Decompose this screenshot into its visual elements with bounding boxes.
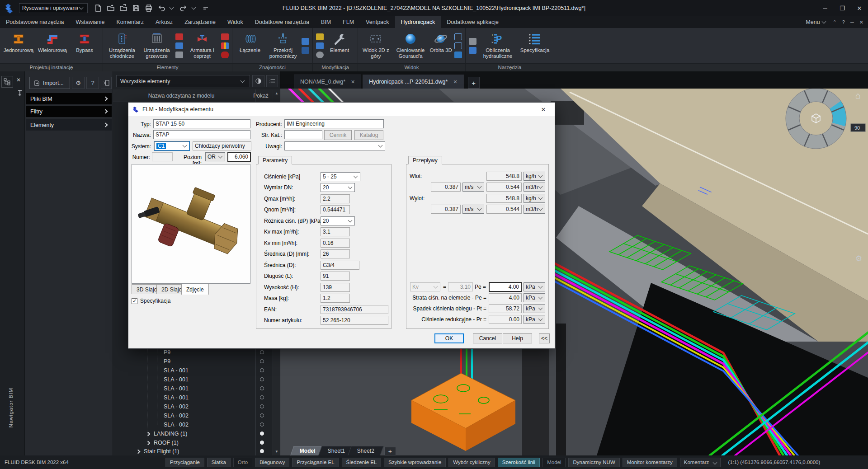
import-file-icon[interactable]	[119, 4, 127, 12]
strata-unit-dropdown[interactable]: kPa	[524, 293, 545, 302]
redukcyjne-unit-dropdown[interactable]: kPa	[524, 315, 545, 324]
button-wielorurowa[interactable]: Wielorurową	[36, 29, 69, 62]
navigator-settings-button[interactable]: ⚙	[72, 77, 85, 89]
button-element[interactable]: Element	[326, 29, 353, 62]
param-roznica-select[interactable]: 20	[321, 216, 355, 225]
tree-item[interactable]: SLA - 001	[164, 393, 189, 402]
wylot-mass-unit[interactable]: kg/h	[524, 194, 545, 203]
tab-sheet2[interactable]: Sheet2	[348, 446, 384, 455]
list-settings-button[interactable]	[266, 75, 278, 87]
button-cieniowanie-gouraud[interactable]: Cieniowanie Gouraud'a	[393, 29, 428, 62]
toggle-szerokosc-linii[interactable]: Szerokość linii	[498, 458, 540, 467]
solid-cube-icon[interactable]	[454, 52, 462, 58]
cancel-button[interactable]: Cancel	[473, 333, 502, 343]
visibility-dot[interactable]	[260, 395, 264, 399]
import-button[interactable]: Import...	[29, 77, 70, 89]
ok-button[interactable]: OK	[434, 333, 464, 343]
new-doc-tab-button[interactable]: +	[468, 77, 480, 89]
button-urzadzenia-grzewcze[interactable]: Urządzenia grzewcze	[140, 29, 174, 62]
add-layout-button[interactable]: +	[384, 447, 396, 455]
przeplywy-tab[interactable]: Przepływy	[408, 156, 442, 164]
producent-field[interactable]: IMI Engineering	[284, 119, 384, 128]
button-orbita-3d[interactable]: Orbita 3D	[429, 29, 452, 62]
param-cisnienie-select[interactable]: 5 - 25	[321, 172, 360, 181]
tab-widok[interactable]: Widok	[222, 16, 249, 28]
visibility-dot[interactable]	[260, 441, 264, 445]
pe-value-field[interactable]: 4.00	[489, 282, 522, 292]
button-obliczenia-hydrauliczne[interactable]: P+-× Obliczenia hydrauliczne	[479, 29, 517, 62]
tree-group[interactable]: ROOF (1)	[146, 438, 179, 447]
param-wymiar-select[interactable]: 20	[321, 183, 355, 192]
visibility-dot[interactable]	[260, 422, 264, 427]
button-przekroj-pomocniczy[interactable]: Przekrój pomocniczy	[267, 29, 299, 62]
parametry-tab[interactable]: Parametry	[258, 156, 292, 164]
wlot-mass-unit[interactable]: kg/h	[524, 172, 545, 181]
scroll-up-icon[interactable]: ▲	[275, 91, 278, 95]
pump-icon[interactable]	[175, 42, 183, 49]
toggle-siatka[interactable]: Siatka	[207, 458, 231, 467]
tab-bim[interactable]: BIM	[315, 16, 337, 28]
tree-item[interactable]: SLA - 002	[164, 420, 189, 429]
toggle-biegunowy[interactable]: Biegunowy	[255, 458, 289, 467]
toggle-orto[interactable]: Orto	[233, 458, 252, 467]
button-bypass[interactable]: Bypass	[70, 29, 99, 62]
pipe-edit-icon[interactable]	[316, 42, 324, 49]
open-file-icon[interactable]	[107, 4, 115, 12]
visibility-dot[interactable]	[260, 413, 264, 417]
system-dropdown[interactable]: C1	[154, 141, 189, 150]
view-navigation-wheel[interactable]	[786, 89, 846, 149]
panel-pin-icon[interactable]	[17, 89, 23, 98]
new-file-icon[interactable]	[94, 4, 102, 12]
visibility-dot[interactable]	[260, 431, 264, 436]
poziom-ref-dropdown[interactable]: OR	[205, 152, 225, 161]
doc-tab-hydronicpack[interactable]: Hydronicpack ...P-220511.dwg*✕	[363, 75, 463, 89]
redo-icon[interactable]	[179, 4, 188, 12]
tab-wstawianie[interactable]: Wstawianie	[70, 16, 111, 28]
button-widok-2d[interactable]: Widok 2D z góry	[360, 29, 392, 62]
tab-hydronicpack[interactable]: Hydronicpack	[395, 16, 441, 28]
section-filtry[interactable]: Filtry	[26, 106, 112, 117]
close-tab-icon[interactable]: ✕	[453, 79, 457, 85]
toggle-przyciaganie[interactable]: Przyciąganie	[165, 458, 204, 467]
ribbon-collapse-icon[interactable]: ⌃	[833, 19, 837, 25]
dialog-close-icon[interactable]: ✕	[534, 103, 553, 116]
wlot-volume-unit[interactable]: m3/h	[524, 183, 545, 192]
wylot-velocity-unit[interactable]: m/s	[462, 205, 484, 214]
cennik-button[interactable]: Cennik	[324, 130, 352, 140]
section-pliki-bim[interactable]: Pliki BIM	[26, 93, 112, 104]
close-small-icon[interactable]: ✕	[859, 19, 863, 25]
visibility-dot[interactable]	[260, 377, 264, 381]
komentarz-dropdown[interactable]: Komentarz	[680, 458, 721, 467]
poziom-field[interactable]: 6.060	[227, 152, 251, 162]
tree-item[interactable]: SLA - 001	[164, 375, 189, 384]
junction-icon[interactable]	[302, 47, 309, 54]
tab-arkusz[interactable]: Arkusz	[150, 16, 179, 28]
settings-tools-icon[interactable]	[469, 38, 476, 45]
doc-tab-noname[interactable]: NONAME_0.dwg*✕	[294, 75, 361, 89]
toggle-model[interactable]: Model	[542, 458, 566, 467]
maximize-button[interactable]: ❐	[834, 0, 851, 16]
collapse-dialog-button[interactable]: <<	[539, 333, 550, 343]
nazwa-field[interactable]: STAP	[153, 130, 250, 139]
section-elementy[interactable]: Elementy	[26, 119, 112, 131]
tree-item[interactable]: SLA - 002	[164, 411, 189, 420]
save-icon[interactable]	[132, 4, 140, 12]
display-mode-button[interactable]	[252, 75, 264, 87]
help-icon[interactable]: ?	[842, 19, 845, 25]
navigator-help-button[interactable]: ?	[86, 77, 99, 89]
tree-item[interactable]: SLA - 001	[164, 366, 189, 375]
preview-tab-zdjecie[interactable]: Zdjęcie	[181, 284, 209, 295]
button-armatura-i-osprzet[interactable]: Armatura i osprzęt	[185, 29, 219, 62]
button-specyfikacja[interactable]: Specyfikacja	[518, 29, 552, 62]
pe-unit-dropdown[interactable]: kPa	[524, 282, 545, 291]
workspace-selector[interactable]: Rysowanie i opisywanie	[19, 3, 88, 13]
help-button[interactable]: Help	[503, 333, 532, 343]
specyfikacja-checkbox[interactable]: ✓ Specyfikacja	[132, 298, 170, 304]
navigator-tree-icon[interactable]	[1, 76, 13, 88]
uwagi-dropdown[interactable]	[284, 141, 385, 150]
tab-dodatkowe-narzedzia[interactable]: Dodatkowe narzędzia	[249, 16, 315, 28]
home-icon[interactable]: ⌂	[855, 90, 861, 100]
tree-item[interactable]: SLA - 001	[164, 384, 189, 393]
minimize-button[interactable]: ─	[816, 0, 834, 16]
tab-zarzadzanie[interactable]: Zarządzanie	[179, 16, 222, 28]
